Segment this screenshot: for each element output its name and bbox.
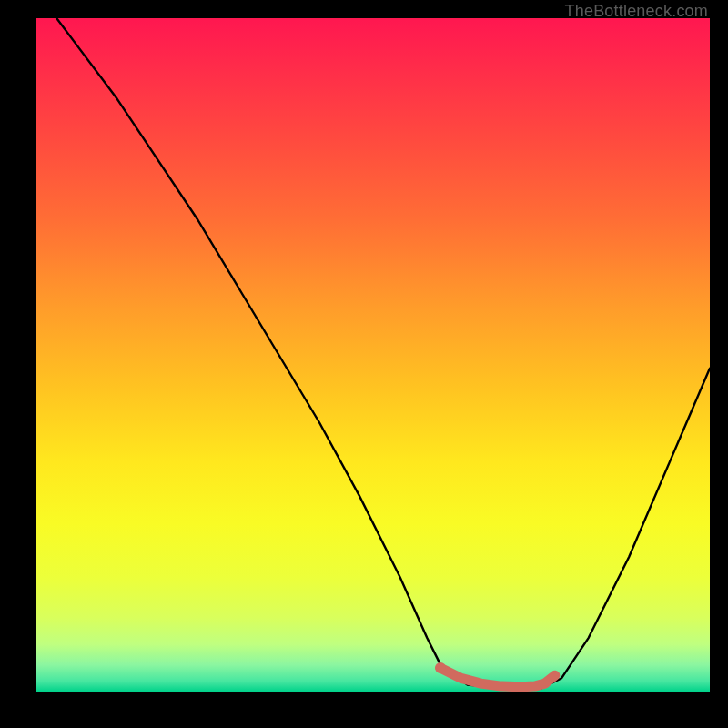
chart-svg	[36, 18, 710, 692]
attribution-text: TheBottleneck.com	[565, 2, 708, 21]
optimal-marker-dot	[435, 662, 446, 673]
bottleneck-curve	[36, 18, 710, 688]
optimal-range-highlight	[440, 668, 555, 687]
chart-frame	[36, 18, 710, 692]
